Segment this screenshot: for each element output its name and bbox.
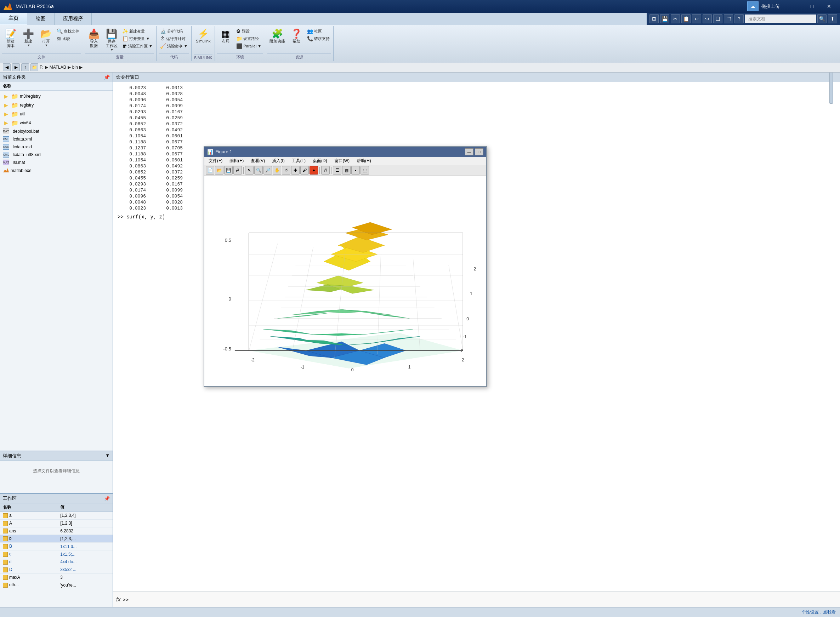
ws-value-link[interactable]: 1x1,5;... [60,552,75,557]
toolbar-icon-3[interactable]: ✂ [671,14,680,24]
fig-tool-tile[interactable]: ⬚ [361,166,369,174]
fig-tool-datacursor[interactable]: ✚ [291,166,300,174]
list-item[interactable]: XML lcdata.xml [0,135,112,143]
request-support-button[interactable]: 📞 请求支持 [306,35,331,42]
table-row[interactable]: maxA 3 [0,573,112,581]
table-row[interactable]: c 1x1,5;... [0,551,112,558]
cmd-input[interactable] [130,597,837,602]
toolbar-icon-5[interactable]: ↩ [692,14,701,24]
fig-tool-pan[interactable]: ✋ [273,166,281,174]
baidu-icon[interactable]: ☁ [747,1,759,11]
fig-tool-new[interactable]: 📄 [206,166,214,174]
table-row[interactable]: D 3x5x2 ... [0,566,112,573]
fig-menu-edit[interactable]: 编辑(E) [227,157,247,165]
list-item[interactable]: ▶ 📁 m3iregistry [0,92,112,101]
new-button[interactable]: ➕ 新建 ▼ [20,28,37,48]
list-item[interactable]: ▶ 📁 util [0,110,112,119]
ws-link[interactable]: c [9,552,11,556]
fig-menu-help[interactable]: 帮助(H) [354,157,374,165]
toolbar-icon-7[interactable]: ❑ [713,14,722,24]
fig-menu-file[interactable]: 文件(F) [206,157,225,165]
fig-tool-colorbar[interactable]: ▩ [342,166,350,174]
help-button[interactable]: ❓ 帮助 [288,28,305,44]
ws-value-link[interactable]: 1x11 d... [60,544,77,549]
table-row[interactable]: b [1;2;3,... [0,535,112,543]
fig-menu-view[interactable]: 查看(V) [248,157,268,165]
table-row[interactable]: A [1,2,3] [0,519,112,527]
fig-tool-save[interactable]: 💾 [224,166,233,174]
list-item[interactable]: MAT lsl.mat [0,159,112,166]
open-button[interactable]: 📂 打开 ▼ [37,28,55,48]
ws-value-link[interactable]: 3x5x2 ... [60,567,76,572]
tab-apps[interactable]: 应用程序 [55,13,92,25]
fig-minimize-btn[interactable]: — [465,148,473,155]
clear-commands-button[interactable]: 🧹 清除命令 ▼ [159,43,189,50]
clear-workspace-button[interactable]: 🗑 清除工作区 ▼ [121,43,154,50]
search-button[interactable]: 🔍 [817,14,827,24]
maximize-button[interactable]: □ [804,1,820,11]
toolbar-icon-1[interactable]: ⊞ [649,14,659,24]
layout-button[interactable]: ▦ 布局 [217,28,234,44]
fig-maximize-btn[interactable]: □ [475,148,484,155]
nav-forward-button[interactable]: ▶ [12,63,20,71]
workspace-pin[interactable]: 📌 [104,496,110,501]
details-toggle[interactable]: ▼ [105,453,110,459]
minimize-button[interactable]: — [787,1,803,11]
ws-link[interactable]: d [9,559,12,564]
community-button[interactable]: 👥 社区 [306,28,331,35]
simulink-button[interactable]: ⚡ Simulink [194,28,213,44]
status-message[interactable]: 个性设置，点我看 [802,609,836,615]
preferences-button[interactable]: ⚙ 预设 [235,28,263,35]
fig-tool-print[interactable]: 🖨 [234,166,242,174]
table-row[interactable]: oth... 'you're... [0,581,112,589]
list-item[interactable]: matlab.exe [0,166,112,175]
fig-menu-desktop[interactable]: 桌面(D) [310,157,330,165]
nav-back-button[interactable]: ◀ [3,63,10,71]
list-item[interactable]: BAT deploytool.bat [0,127,112,135]
run-and-time-button[interactable]: ⏱ 运行并计时 [159,35,189,42]
new-script-button[interactable]: 📝 新建脚本 [2,28,19,49]
fig-menu-tools[interactable]: 工具(T) [289,157,308,165]
fig-menu-window[interactable]: 窗口(W) [331,157,352,165]
list-item[interactable]: ▶ 📁 win64 [0,119,112,127]
fig-tool-print2[interactable]: ⎙ [321,166,330,174]
fig-tool-open[interactable]: 📂 [215,166,223,174]
fig-tool-zoom-out[interactable]: 🔎 [263,166,272,174]
file-scrollbar[interactable] [830,72,833,104]
list-item[interactable]: ▶ 📁 registry [0,101,112,110]
expand-button[interactable]: ⬆ [828,14,837,24]
toolbar-icon-9[interactable]: ? [735,14,744,24]
table-row[interactable]: B 1x11 d... [0,543,112,551]
fig-menu-insert[interactable]: 插入(I) [269,157,287,165]
table-row[interactable]: ans 6.2832 [0,527,112,535]
list-item[interactable]: XML lcdata_utf8.xml [0,151,112,159]
fig-tool-plot[interactable]: ▪ [351,166,360,174]
save-workspace-button[interactable]: 💾 保存工作区 ▼ [103,28,120,53]
fig-tool-select[interactable]: ↖ [245,166,254,174]
table-row[interactable]: a [1,2,3,4] [0,512,112,520]
import-data-button[interactable]: 📥 导入数据 [85,28,102,49]
find-files-button[interactable]: 🔍 查找文件 [55,28,81,35]
open-variable-button[interactable]: 📋 打开变量 ▼ [121,35,154,42]
set-path-button[interactable]: 📁 设置路径 [235,35,263,42]
parallel-button[interactable]: ⬛ Parallel ▼ [235,43,263,50]
addr-bin[interactable]: bin [72,65,78,70]
nav-browse-button[interactable]: 📁 [31,63,38,71]
fig-tool-color[interactable]: ● [309,166,318,174]
toolbar-icon-2[interactable]: 💾 [660,14,669,24]
toolbar-icon-8[interactable]: ⬚ [724,14,733,24]
ws-value-link[interactable]: 4x4 do... [60,559,77,564]
addr-matlab[interactable]: MATLAB [50,65,66,70]
file-panel-pin[interactable]: 📌 [104,74,110,80]
fig-tool-brush[interactable]: 🖌 [300,166,309,174]
nav-up-button[interactable]: ↑ [21,63,29,71]
cmd-input-area[interactable]: fx >> [113,592,840,607]
tab-plot[interactable]: 绘图 [27,13,55,25]
search-input[interactable] [745,15,816,23]
table-row[interactable]: d 4x4 do... [0,558,112,566]
tab-home[interactable]: 主页 [0,13,27,25]
ws-link[interactable]: B [9,544,12,549]
fig-tool-rotate[interactable]: ↺ [282,166,290,174]
toolbar-icon-4[interactable]: 📋 [681,14,691,24]
fig-tool-zoom-in[interactable]: 🔍 [254,166,263,174]
